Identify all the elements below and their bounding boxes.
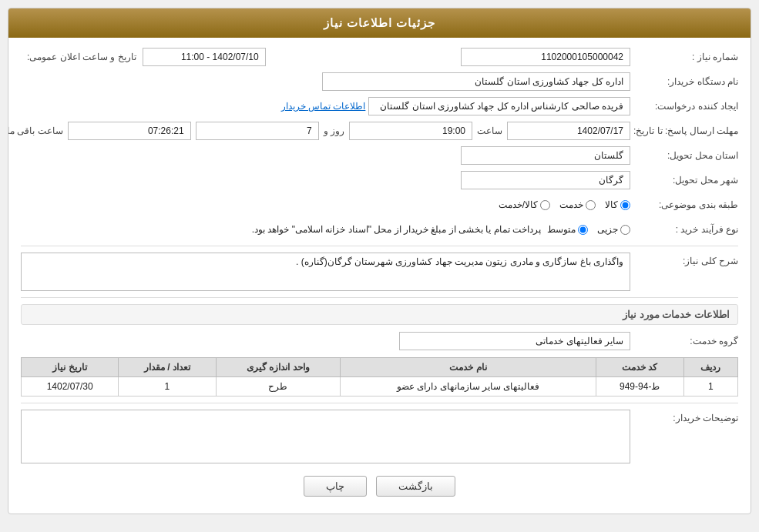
col-row: ردیف	[683, 358, 737, 377]
cell-qty: 1	[119, 377, 216, 396]
buyer-org-input	[322, 72, 630, 91]
announce-label: تاریخ و ساعت اعلان عمومی:	[21, 52, 136, 62]
col-name: نام خدمت	[341, 358, 596, 377]
cell-date: 1402/07/30	[22, 377, 119, 396]
services-table: ردیف کد خدمت نام خدمت واحد اندازه گیری ت…	[21, 357, 738, 396]
proc-motovaset[interactable]: متوسط	[547, 224, 588, 235]
buyer-org-label: نام دستگاه خریدار:	[630, 76, 738, 87]
province-label: استان محل تحویل:	[630, 150, 738, 161]
service-group-input	[399, 332, 630, 350]
deadline-date-input	[507, 122, 630, 140]
city-label: شهر محل تحویل:	[630, 175, 738, 186]
creator-contact-link[interactable]: اطلاعات تماس خریدار	[281, 101, 366, 112]
deadline-days-input	[196, 122, 319, 140]
proc-jozi[interactable]: جزیی	[597, 224, 630, 235]
creator-input	[368, 97, 630, 115]
cell-unit: طرح	[216, 377, 341, 396]
deadline-label: مهلت ارسال پاسخ: تا تاریخ:	[630, 125, 738, 136]
announce-value-input	[143, 48, 266, 66]
col-code: کد خدمت	[596, 358, 683, 377]
services-section-header: اطلاعات خدمات مورد نیاز	[21, 304, 738, 325]
print-button[interactable]: چاپ	[304, 476, 367, 497]
need-number-input[interactable]	[461, 48, 630, 66]
table-row: 1 ط-94-949 فعالیتهای سایر سازمانهای دارا…	[22, 377, 738, 396]
deadline-time-label: ساعت	[477, 125, 502, 136]
category-kala-khedmat[interactable]: کالا/خدمت	[499, 199, 550, 210]
category-kala[interactable]: کالا	[605, 199, 630, 210]
col-qty: تعداد / مقدار	[119, 358, 216, 377]
proc-type-label: نوع فرآیند خرید :	[630, 224, 738, 235]
buyer-notes-textarea[interactable]	[21, 410, 630, 463]
cell-row: 1	[683, 377, 737, 396]
proc-type-radio-group: جزیی متوسط	[547, 224, 630, 235]
cell-name: فعالیتهای سایر سازمانهای دارای عضو	[341, 377, 596, 396]
category-label: طبقه بندی موضوعی:	[630, 199, 738, 210]
proc-type-note: پرداخت تمام یا بخشی از مبلغ خریدار از مح…	[252, 223, 541, 236]
deadline-remaining-input	[68, 122, 191, 140]
cell-code: ط-94-949	[596, 377, 683, 396]
button-row: بازگشت چاپ	[21, 476, 738, 504]
deadline-days-label: روز و	[324, 125, 344, 136]
col-unit: واحد اندازه گیری	[216, 358, 341, 377]
col-date: تاریخ نیاز	[22, 358, 119, 377]
back-button[interactable]: بازگشت	[376, 476, 455, 497]
service-group-label: گروه خدمت:	[630, 336, 738, 346]
province-input	[461, 146, 630, 165]
city-input	[461, 171, 630, 189]
category-radio-group: کالا خدمت کالا/خدمت	[499, 199, 630, 210]
category-khedmat[interactable]: خدمت	[559, 199, 596, 210]
page-title: جزئیات اطلاعات نیاز	[8, 8, 751, 38]
need-desc-textarea[interactable]: واگذاری باغ سازگاری و مادری زیتون مدیریت…	[21, 253, 630, 291]
deadline-time-input	[349, 122, 472, 140]
need-number-label: شماره نیاز :	[630, 52, 738, 62]
creator-label: ایجاد کننده درخواست:	[630, 101, 738, 112]
buyer-notes-label: توضیحات خریدار:	[630, 410, 738, 423]
need-desc-label: شرح کلی نیاز:	[630, 253, 738, 266]
deadline-remaining-label: ساعت باقی مانده	[8, 125, 63, 136]
